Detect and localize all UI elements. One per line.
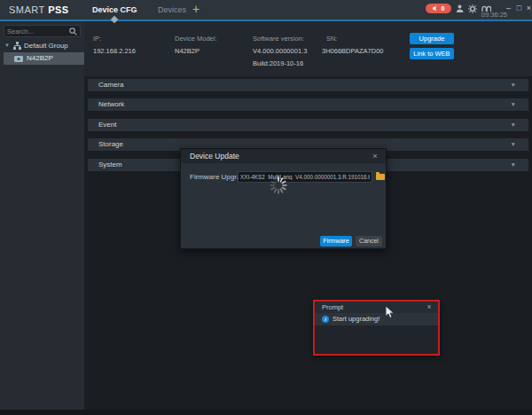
tree-group-row[interactable]: ▼ Default Group: [0, 40, 84, 51]
ip-value: 192.168.2.216: [93, 47, 136, 55]
section-label: Network: [98, 98, 124, 111]
browse-folder-icon[interactable]: [376, 174, 385, 180]
titlebar: SMART PSS Device CFG Devices + 0 – □ ×: [0, 0, 532, 20]
tree-group-label: Default Group: [24, 40, 68, 51]
ip-label: IP:: [93, 35, 101, 43]
prompt-titlebar: Prompt ×: [315, 301, 438, 313]
section-camera[interactable]: Camera ▼: [88, 79, 528, 91]
smartpss-window: SMART PSS Device CFG Devices + 0 – □ × 0…: [0, 0, 532, 415]
gear-icon[interactable]: [468, 4, 477, 13]
tab-devices[interactable]: Devices: [158, 0, 186, 20]
chevron-down-icon[interactable]: ▼: [511, 98, 516, 111]
chevron-down-icon[interactable]: ▼: [511, 119, 516, 131]
search-icon[interactable]: [69, 27, 77, 35]
user-icon[interactable]: [456, 4, 464, 13]
section-label: System: [98, 159, 122, 171]
maximize-button[interactable]: □: [515, 2, 523, 14]
section-label: Camera: [98, 79, 123, 91]
prompt-message-row: i Start upgrading!: [315, 313, 438, 325]
chevron-down-icon[interactable]: ▼: [511, 79, 516, 91]
cancel-button[interactable]: Cancel: [356, 236, 382, 247]
prompt-toast: Prompt × i Start upgrading!: [313, 300, 440, 356]
tree-device-row-selected[interactable]: N42B2P: [4, 52, 84, 65]
search-box[interactable]: [4, 25, 81, 37]
tree-device-label: N42B2P: [27, 52, 53, 65]
prompt-close-icon[interactable]: ×: [425, 301, 434, 313]
group-icon: [13, 42, 21, 50]
section-label: Storage: [98, 138, 123, 151]
firmware-button[interactable]: Firmware: [320, 236, 352, 247]
dialog-close-icon[interactable]: ×: [370, 149, 380, 163]
loading-spinner: [269, 176, 288, 195]
camera-device-icon: [14, 56, 23, 62]
dialog-title: Device Update: [190, 149, 239, 163]
software-version-value: V4.000.0000001.3: [253, 47, 307, 55]
add-tab-button[interactable]: +: [192, 0, 200, 20]
model-value: N42B2P: [175, 47, 200, 55]
sn-value: 3H066BDPAZA7D00: [322, 47, 383, 55]
firmware-file-input[interactable]: [238, 171, 372, 183]
window-bottom-edge: [0, 410, 532, 415]
close-button[interactable]: ×: [525, 2, 532, 14]
info-icon: i: [322, 316, 329, 323]
chevron-down-icon[interactable]: ▼: [4, 40, 10, 51]
app-logo: SMART PSS: [9, 0, 69, 20]
section-network[interactable]: Network ▼: [88, 98, 528, 111]
device-tree-sidebar: ▼ Default Group N42B2P: [0, 21, 84, 415]
accent-divider: [0, 20, 532, 21]
search-input[interactable]: [7, 26, 67, 36]
device-info-panel: [84, 21, 532, 76]
clock: 09:36:25: [481, 11, 507, 19]
alarm-count: 0: [442, 5, 445, 12]
software-version-label: Software version:: [253, 35, 304, 43]
prompt-message: Start upgrading!: [332, 313, 379, 325]
logo-smart: SMART: [9, 4, 45, 15]
logo-pss: PSS: [48, 4, 69, 15]
device-update-dialog: Device Update × Firmware Upgrade Firmwa: [180, 148, 387, 249]
speaker-icon: [433, 5, 439, 12]
prompt-title: Prompt: [322, 301, 343, 313]
chevron-down-icon[interactable]: ▼: [511, 138, 516, 151]
chevron-down-icon[interactable]: ▼: [511, 159, 516, 171]
link-to-web-button[interactable]: Link to WEB: [410, 48, 454, 59]
section-event[interactable]: Event ▼: [88, 119, 528, 131]
upgrade-button[interactable]: Upgrade: [410, 33, 454, 44]
alarm-indicator[interactable]: 0: [426, 4, 451, 13]
section-label: Event: [98, 119, 116, 131]
mouse-cursor: [385, 305, 395, 319]
model-label: Device Model:: [175, 35, 217, 43]
software-build-value: Build:2019-10-16: [253, 59, 303, 67]
sn-label: SN:: [326, 35, 338, 43]
dialog-titlebar[interactable]: Device Update ×: [181, 149, 386, 163]
